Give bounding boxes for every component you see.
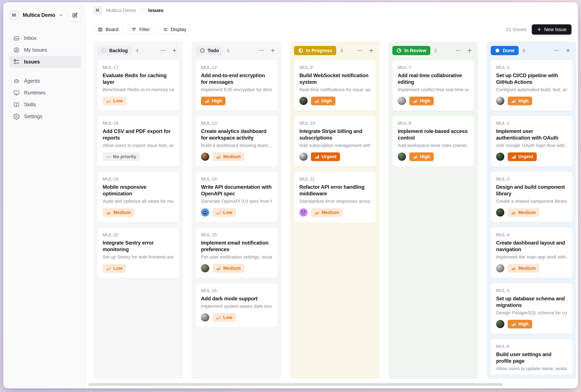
issue-description: Standardize error responses across all… <box>299 199 370 204</box>
column-actions <box>257 46 277 55</box>
status-pill-done: Done <box>491 46 519 55</box>
sidebar-item-runtimes[interactable]: Runtimes <box>9 87 81 99</box>
column-header-inprogress: In Progress3 <box>294 46 376 55</box>
issue-card-mul-10[interactable]: MUL-10Integrate Stripe billing and subsc… <box>294 116 376 166</box>
sidebar-item-issues[interactable]: Issues <box>9 56 81 68</box>
issue-title: Add real-time collaborative editing <box>398 72 469 86</box>
issue-footer: Medium <box>299 208 370 217</box>
issue-card-mul-7[interactable]: MUL-7Add real-time collaborative editing… <box>392 60 474 111</box>
issue-card-mul-6[interactable]: MUL-6Build user settings and profile pag… <box>491 339 573 374</box>
status-label: Backlog <box>109 48 128 53</box>
priority-badge-low: Low <box>103 264 126 273</box>
issue-card-mul-3[interactable]: MUL-3Design and build component libraryC… <box>491 172 573 222</box>
assignee-avatar <box>299 152 308 161</box>
issue-id: MUL-3 <box>496 176 567 182</box>
issue-card-mul-14[interactable]: MUL-14Write API documentation with OpenA… <box>196 172 277 222</box>
column-actions <box>552 46 573 55</box>
sidebar-item-label: Issues <box>24 59 40 65</box>
priority-label: Medium <box>322 210 339 215</box>
issue-card-mul-2[interactable]: MUL-2Implement user authentication with … <box>491 116 573 166</box>
book-icon <box>13 101 20 108</box>
status-label: Done <box>503 48 515 53</box>
issue-title: Refactor API error handling middleware <box>299 184 370 197</box>
board-view-button[interactable]: Board <box>93 24 123 34</box>
issue-card-mul-4[interactable]: MUL-4Create dashboard layout and navigat… <box>491 227 573 278</box>
column-add-button[interactable] <box>367 46 376 55</box>
issue-card-mul-17[interactable]: MUL-17Evaluate Redis for caching layerBe… <box>97 60 179 111</box>
status-label: In Review <box>404 48 426 53</box>
issue-footer: Urgent <box>299 152 370 161</box>
issue-id: MUL-12 <box>201 65 272 70</box>
issue-card-mul-9[interactable]: MUL-9Build WebSocket notification system… <box>294 60 376 111</box>
issue-card-mul-13[interactable]: MUL-13Create analytics dashboard for wor… <box>196 116 277 166</box>
issue-card-mul-1[interactable]: MUL-1Set up CI/CD pipeline with GitHub A… <box>491 60 573 111</box>
priority-bars-icon <box>315 154 319 159</box>
column-more-button[interactable] <box>552 46 561 55</box>
issue-card-mul-15[interactable]: MUL-15Implement email notification prefe… <box>196 227 277 278</box>
issue-footer: Medium <box>496 208 567 217</box>
issue-card-mul-11[interactable]: MUL-11Refactor API error handling middle… <box>294 172 376 222</box>
assignee-avatar <box>496 97 504 105</box>
issue-title: Build WebSocket notification system <box>299 72 370 86</box>
priority-bars-icon <box>511 98 516 103</box>
compose-button[interactable] <box>69 9 81 21</box>
chevron-down-icon[interactable] <box>59 13 63 18</box>
status-label: In Progress <box>306 48 332 53</box>
sidebar-item-settings[interactable]: Settings <box>9 110 81 122</box>
horizontal-scrollbar[interactable] <box>88 383 503 386</box>
assignee-avatar <box>398 97 406 105</box>
issue-id: MUL-4 <box>496 232 567 238</box>
issue-description: Benchmark Redis vs in-memory cachin… <box>103 87 174 92</box>
new-issue-button[interactable]: New Issue <box>532 24 572 34</box>
priority-bars-icon <box>413 98 418 103</box>
issue-title: Add end-to-end encryption for messages <box>201 72 272 86</box>
issue-description: Generate OpenAPI 3.0 spec from handl… <box>201 199 272 204</box>
issue-card-mul-5[interactable]: MUL-5Set up database schema and migratio… <box>491 283 573 334</box>
issue-id: MUL-18 <box>103 121 174 126</box>
sidebar-item-skills[interactable]: Skills <box>9 99 81 110</box>
assignee-avatar <box>201 313 209 322</box>
issue-id: MUL-6 <box>496 344 567 349</box>
priority-bars-icon <box>216 315 221 320</box>
priority-badge-high: High <box>311 96 335 105</box>
issue-card-mul-16[interactable]: MUL-16Add dark mode supportImplement sys… <box>196 283 277 327</box>
sidebar-item-inbox[interactable]: Inbox <box>9 32 81 44</box>
priority-badge-medium: Medium <box>212 264 244 273</box>
column-add-button[interactable] <box>465 46 474 55</box>
column-more-button[interactable] <box>257 46 266 55</box>
issue-id: MUL-10 <box>299 121 370 126</box>
column-cards: MUL-17Evaluate Redis for caching layerBe… <box>97 60 179 278</box>
filter-button[interactable]: Filter <box>127 24 154 34</box>
inbox-icon <box>13 35 20 42</box>
assignee-avatar <box>398 152 406 161</box>
column-add-button[interactable] <box>564 46 573 55</box>
workspace-name[interactable]: Multica Demo <box>23 12 55 18</box>
issue-card-mul-20[interactable]: MUL-20Integrate Sentry error monitoringS… <box>97 227 179 278</box>
issue-description: Configure automated build, test, and… <box>496 87 567 92</box>
issue-card-mul-8[interactable]: MUL-8Implement role-based access control… <box>392 116 474 166</box>
display-button[interactable]: Display <box>158 24 191 34</box>
sidebar-item-my-issues[interactable]: My Issues <box>9 44 81 56</box>
issue-footer: High <box>496 320 567 328</box>
priority-label: Medium <box>518 210 536 215</box>
priority-badge-medium: Medium <box>508 208 539 217</box>
column-add-button[interactable] <box>170 46 179 55</box>
column-add-button[interactable] <box>268 46 277 55</box>
issue-card-mul-19[interactable]: MUL-19Mobile responsive optimizationAudi… <box>97 172 179 222</box>
column-more-button[interactable] <box>355 46 364 55</box>
issue-id: MUL-14 <box>201 176 272 182</box>
issue-card-mul-18[interactable]: MUL-18Add CSV and PDF export for reports… <box>97 116 179 166</box>
column-cards: MUL-12Add end-to-end encryption for mess… <box>196 60 277 327</box>
priority-badge-none: —No priority <box>103 152 140 161</box>
issue-id: MUL-15 <box>201 232 272 238</box>
issue-card-mul-12[interactable]: MUL-12Add end-to-end encryption for mess… <box>196 60 277 111</box>
column-more-button[interactable] <box>158 46 168 55</box>
column-more-button[interactable] <box>454 46 463 55</box>
assignee-avatar <box>496 320 504 328</box>
breadcrumb-workspace[interactable]: Multica Demo <box>106 8 136 13</box>
priority-label: Medium <box>113 210 131 215</box>
sidebar-item-agents[interactable]: Agents <box>9 75 81 87</box>
sidebar-item-label: Runtimes <box>24 90 45 96</box>
priority-label: Low <box>223 210 232 215</box>
priority-label: Low <box>113 98 122 104</box>
